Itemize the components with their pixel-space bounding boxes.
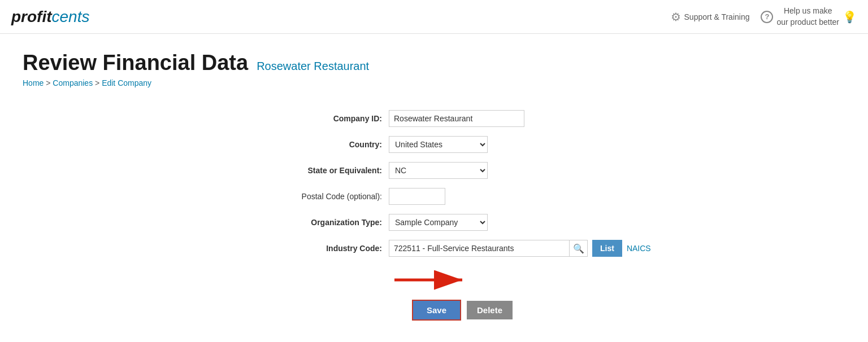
breadcrumb-edit-company[interactable]: Edit Company: [102, 78, 151, 87]
arrow-row: [264, 266, 660, 294]
support-training-item[interactable]: ⚙ Support & Training: [671, 10, 750, 24]
list-button[interactable]: List: [592, 240, 622, 257]
header-right: ⚙ Support & Training ? Help us makeour p…: [671, 6, 857, 28]
help-product-label: Help us makeour product better: [776, 6, 839, 28]
org-type-label: Organization Type:: [264, 218, 389, 227]
industry-label: Industry Code:: [264, 244, 389, 253]
company-link[interactable]: Rosewater Restaurant: [257, 60, 369, 73]
country-label: Country:: [264, 140, 389, 149]
page-content: Review Financial Data Rosewater Restaura…: [0, 34, 868, 337]
header: profitcents ⚙ Support & Training ? Help …: [0, 0, 868, 34]
company-id-input[interactable]: [389, 110, 524, 127]
gear-icon: ⚙: [671, 10, 681, 24]
delete-button[interactable]: Delete: [467, 301, 513, 319]
naics-link[interactable]: NAICS: [627, 244, 651, 253]
bulb-icon: 💡: [843, 10, 857, 24]
country-row: Country: United States: [264, 136, 660, 153]
postal-input[interactable]: [389, 188, 445, 205]
form-container: Company ID: Country: United States State…: [79, 110, 845, 321]
postal-row: Postal Code (optional):: [264, 188, 660, 205]
page-title: Review Financial Data: [23, 51, 248, 75]
state-row: State or Equivalent: NC: [264, 162, 660, 179]
breadcrumb: Home > Companies > Edit Company: [23, 78, 845, 87]
org-type-select[interactable]: Sample Company: [389, 214, 488, 231]
search-icon: 🔍: [573, 243, 584, 254]
save-button[interactable]: Save: [412, 300, 461, 321]
state-label: State or Equivalent:: [264, 166, 389, 175]
company-id-label: Company ID:: [264, 114, 389, 123]
breadcrumb-sep2: >: [93, 78, 102, 87]
breadcrumb-sep1: >: [44, 78, 53, 87]
question-icon: ?: [761, 11, 773, 23]
logo-cents: cents: [52, 8, 90, 26]
logo[interactable]: profitcents: [11, 8, 89, 26]
breadcrumb-companies[interactable]: Companies: [53, 78, 93, 87]
industry-row: Industry Code: 🔍 List NAICS: [264, 240, 660, 257]
company-id-row: Company ID:: [264, 110, 660, 127]
breadcrumb-home[interactable]: Home: [23, 78, 44, 87]
logo-profit: profit: [11, 8, 52, 26]
support-training-label: Support & Training: [684, 12, 750, 21]
country-select[interactable]: United States: [389, 136, 488, 153]
postal-label: Postal Code (optional):: [264, 192, 389, 201]
state-select[interactable]: NC: [389, 162, 488, 179]
arrow-indicator: [389, 268, 479, 293]
buttons-row: Save Delete: [264, 300, 660, 321]
buttons-section: Save Delete: [264, 266, 660, 321]
page-title-area: Review Financial Data Rosewater Restaura…: [23, 51, 845, 75]
help-product-item[interactable]: ? Help us makeour product better 💡: [761, 6, 857, 28]
industry-input[interactable]: [389, 240, 570, 257]
org-type-row: Organization Type: Sample Company: [264, 214, 660, 231]
industry-search-button[interactable]: 🔍: [570, 240, 588, 257]
